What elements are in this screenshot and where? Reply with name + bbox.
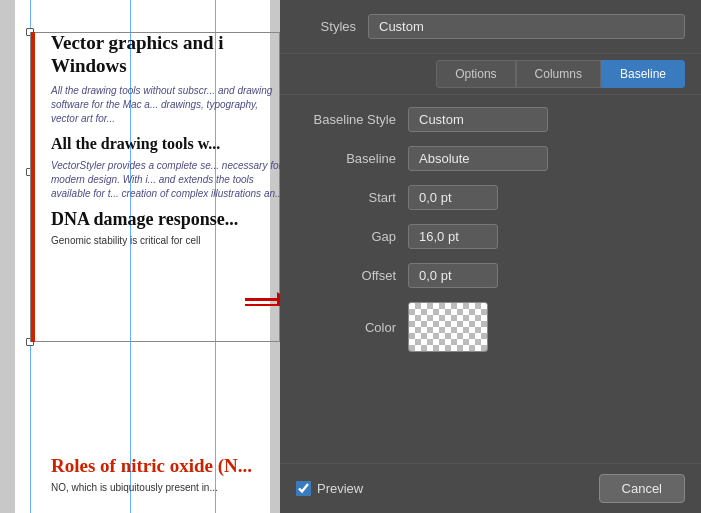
canvas-area: Vector graphics and i Windows All the dr… (0, 0, 280, 513)
styles-row: Styles Custom (280, 0, 701, 54)
cancel-button[interactable]: Cancel (599, 474, 685, 503)
baseline-label: Baseline (296, 151, 396, 166)
gap-label: Gap (296, 229, 396, 244)
offset-input[interactable]: 0,0 pt (408, 263, 498, 288)
tab-columns[interactable]: Columns (516, 60, 601, 88)
small-text1: Genomic stability is critical for cell (51, 234, 280, 248)
baseline-input[interactable]: Absolute (408, 146, 548, 171)
tab-options[interactable]: Options (436, 60, 515, 88)
italic-para1: All the drawing tools without subscr... … (51, 84, 280, 126)
baseline-row: Baseline Absolute (296, 146, 685, 171)
tabs-row: Options Columns Baseline (280, 54, 701, 95)
italic-para2: VectorStyler provides a complete se... n… (51, 159, 280, 201)
bottom-text-block: Roles of nitric oxide (N... NO, which is… (51, 455, 280, 495)
color-row: Color (296, 302, 685, 352)
text-block: Vector graphics and i Windows All the dr… (51, 32, 280, 248)
color-swatch[interactable] (408, 302, 488, 352)
arrow-line (245, 298, 277, 301)
heading2: All the drawing tools w... (51, 134, 280, 153)
styles-value[interactable]: Custom (368, 14, 685, 39)
baseline-style-row: Baseline Style Custom (296, 107, 685, 132)
start-label: Start (296, 190, 396, 205)
start-row: Start 0,0 pt (296, 185, 685, 210)
right-panel: Styles Custom Options Columns Baseline B… (280, 0, 701, 513)
form-section: Baseline Style Custom Baseline Absolute … (280, 95, 701, 378)
heading-red: Roles of nitric oxide (N... (51, 455, 280, 477)
preview-label: Preview (317, 481, 363, 496)
tab-baseline[interactable]: Baseline (601, 60, 685, 88)
canvas-inner: Vector graphics and i Windows All the dr… (15, 0, 270, 513)
offset-row: Offset 0,0 pt (296, 263, 685, 288)
baseline-style-input[interactable]: Custom (408, 107, 548, 132)
gap-input[interactable]: 16,0 pt (408, 224, 498, 249)
start-input[interactable]: 0,0 pt (408, 185, 498, 210)
red-underline (245, 304, 280, 306)
red-bar (31, 32, 35, 342)
styles-label: Styles (296, 19, 356, 34)
heading3: DNA damage response... (51, 209, 280, 231)
small-text2: NO, which is ubiquitously present in... (51, 481, 280, 495)
offset-label: Offset (296, 268, 396, 283)
gap-row: Gap 16,0 pt (296, 224, 685, 249)
baseline-style-label: Baseline Style (296, 112, 396, 127)
color-label: Color (296, 320, 396, 335)
preview-checkbox[interactable]: Preview (296, 481, 363, 496)
heading1: Vector graphics and i Windows (51, 32, 280, 78)
preview-check[interactable] (296, 481, 311, 496)
bottom-buttons: Preview Cancel (280, 463, 701, 513)
